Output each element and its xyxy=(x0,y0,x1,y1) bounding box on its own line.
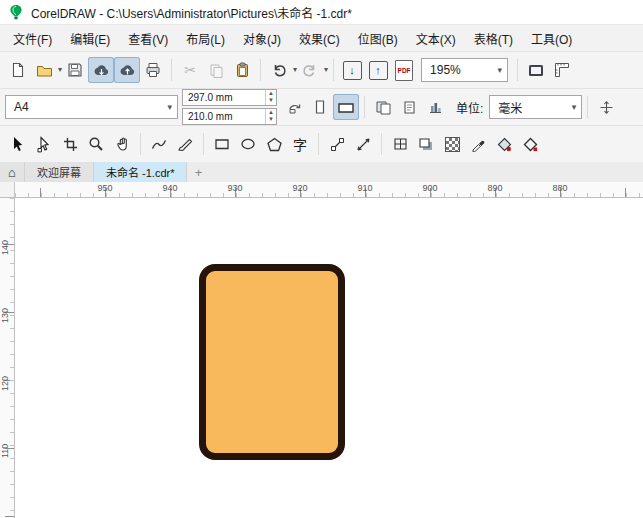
paste-icon xyxy=(235,62,250,78)
rectangle-tool[interactable] xyxy=(209,131,235,157)
artistic-media-tool[interactable] xyxy=(172,131,198,157)
graph-paper-tool[interactable] xyxy=(387,131,413,157)
menu-item-object[interactable]: 对象(J) xyxy=(234,26,290,51)
menu-item-tools[interactable]: 工具(O) xyxy=(522,26,581,51)
vertical-ruler[interactable]: 140 130 120 110 xyxy=(0,198,15,518)
rounded-rectangle-shape[interactable] xyxy=(199,264,345,460)
window-title: CorelDRAW - C:\Users\Administrator\Pictu… xyxy=(31,4,352,21)
landscape-icon xyxy=(337,100,355,115)
eyedropper-tool-icon xyxy=(471,137,486,152)
new-document-button[interactable] xyxy=(5,57,31,83)
copy-icon xyxy=(209,63,224,78)
portrait-button[interactable] xyxy=(307,94,333,120)
interactive-fill-tool[interactable] xyxy=(491,131,517,157)
swap-dimensions-icon xyxy=(287,100,302,115)
menu-item-table[interactable]: 表格(T) xyxy=(465,26,522,51)
import-button[interactable]: ↓ xyxy=(339,57,365,83)
fullscreen-preview-button[interactable] xyxy=(523,57,549,83)
current-page-button[interactable] xyxy=(396,94,422,120)
toolbar-separator xyxy=(333,59,334,81)
current-page-icon xyxy=(402,100,417,115)
open-button[interactable] xyxy=(31,57,57,83)
ruler-origin-corner[interactable] xyxy=(0,182,15,198)
tab-welcome-screen[interactable]: 欢迎屏幕 xyxy=(25,162,94,182)
page-height-field[interactable]: 210.0 mm ▲ ▼ xyxy=(182,108,277,125)
polygon-tool-icon xyxy=(267,137,282,152)
landscape-button[interactable] xyxy=(333,94,359,120)
drop-shadow-tool-icon xyxy=(418,137,434,152)
paste-button[interactable] xyxy=(229,57,255,83)
undo-group: ▾ xyxy=(266,57,297,83)
home-icon: ⌂ xyxy=(8,165,16,180)
drawing-scale-button[interactable] xyxy=(422,94,448,120)
h-ruler-label: 890 xyxy=(487,183,502,193)
spin-down-icon[interactable]: ▼ xyxy=(266,116,276,123)
document-area: 140 130 120 110 xyxy=(0,198,643,518)
eyedropper-tool[interactable] xyxy=(465,131,491,157)
home-button[interactable]: ⌂ xyxy=(0,162,25,182)
crop-tool-icon xyxy=(63,137,78,152)
menu-item-bitmaps[interactable]: 位图(B) xyxy=(349,26,407,51)
text-tool[interactable]: 字 xyxy=(287,131,313,157)
open-document-group: ▾ xyxy=(31,57,62,83)
new-tab-button[interactable]: + xyxy=(187,162,209,182)
dimension-tool[interactable] xyxy=(350,131,376,157)
plus-icon: + xyxy=(195,165,203,180)
horizontal-ruler[interactable]: 950 940 930 920 910 900 890 880 xyxy=(15,182,643,198)
menu-item-file[interactable]: 文件(F) xyxy=(4,26,61,51)
spin-down-icon[interactable]: ▼ xyxy=(266,97,276,104)
page-size-caret-icon: ▾ xyxy=(167,103,172,112)
units-combo[interactable]: 毫米 ▾ xyxy=(489,95,582,119)
interactive-fill-tool-icon xyxy=(497,137,512,152)
drawing-canvas[interactable] xyxy=(15,198,643,518)
page-size-combo[interactable]: A4 ▾ xyxy=(5,95,178,119)
ellipse-tool[interactable] xyxy=(235,131,261,157)
page-width-field[interactable]: 297.0 mm ▲ ▼ xyxy=(182,89,277,106)
drop-shadow-tool[interactable] xyxy=(413,131,439,157)
all-pages-button[interactable] xyxy=(370,94,396,120)
save-button[interactable] xyxy=(62,57,88,83)
redo-button[interactable] xyxy=(297,57,323,83)
connector-tool[interactable] xyxy=(324,131,350,157)
pan-tool[interactable] xyxy=(109,131,135,157)
cut-button[interactable]: ✂ xyxy=(177,57,203,83)
tab-untitled-document[interactable]: 未命名 -1.cdr* xyxy=(94,162,187,182)
undo-button[interactable] xyxy=(266,57,292,83)
zoom-tool[interactable] xyxy=(83,131,109,157)
page-size-value: A4 xyxy=(14,100,29,114)
menu-bar: 文件(F) 编辑(E) 查看(V) 布局(L) 对象(J) 效果(C) 位图(B… xyxy=(0,24,643,51)
zoom-level-combo[interactable]: 195% ▾ xyxy=(421,58,508,82)
crop-tool[interactable] xyxy=(57,131,83,157)
publish-pdf-button[interactable]: PDF xyxy=(391,57,417,83)
menu-item-layout[interactable]: 布局(L) xyxy=(177,26,234,51)
polygon-tool[interactable] xyxy=(261,131,287,157)
cloud-download-button[interactable] xyxy=(88,57,114,83)
cloud-upload-icon xyxy=(119,63,136,78)
toolbox: 字 xyxy=(0,125,643,162)
open-folder-icon xyxy=(36,63,53,78)
outline-pen-tool[interactable] xyxy=(517,131,543,157)
page-width-spinner[interactable]: ▲ ▼ xyxy=(265,90,276,105)
page-height-spinner[interactable]: ▲ ▼ xyxy=(265,109,276,124)
menu-item-edit[interactable]: 编辑(E) xyxy=(61,26,119,51)
ellipse-tool-icon xyxy=(240,137,256,151)
export-button[interactable]: ↑ xyxy=(365,57,391,83)
menu-item-view[interactable]: 查看(V) xyxy=(119,26,177,51)
print-button[interactable] xyxy=(140,57,166,83)
nudge-offset-button[interactable] xyxy=(593,94,619,120)
show-rulers-button[interactable] xyxy=(549,57,575,83)
cloud-upload-button[interactable] xyxy=(114,57,140,83)
v-ruler-label: 130 xyxy=(0,304,13,326)
transparency-tool[interactable] xyxy=(439,131,465,157)
pick-tool[interactable] xyxy=(5,131,31,157)
swap-dimensions-button[interactable] xyxy=(281,94,307,120)
redo-dropdown-caret-icon[interactable]: ▾ xyxy=(324,66,328,74)
freehand-tool[interactable] xyxy=(146,131,172,157)
menu-item-text[interactable]: 文本(X) xyxy=(407,26,465,51)
menu-item-effects[interactable]: 效果(C) xyxy=(290,26,349,51)
copy-button[interactable] xyxy=(203,57,229,83)
shape-tool-icon xyxy=(36,136,52,153)
import-icon: ↓ xyxy=(343,61,362,80)
shape-tool[interactable] xyxy=(31,131,57,157)
toolbar-separator xyxy=(587,96,588,118)
